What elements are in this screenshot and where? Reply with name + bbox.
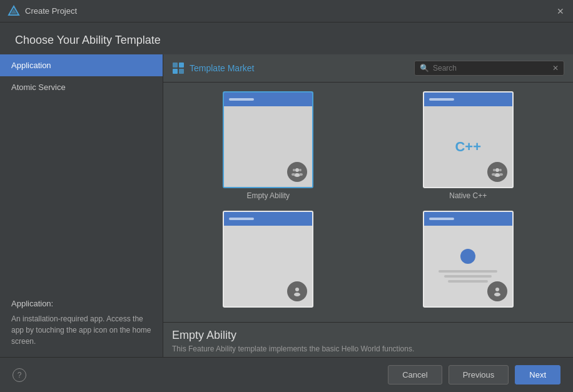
window-title: Create Project [25,6,77,16]
text-line-1 [439,270,497,273]
phone-top-line-2 [429,98,454,101]
svg-point-21 [494,293,500,296]
template-preview-3[interactable] [223,211,313,308]
phone-top-line-1 [229,98,254,101]
svg-point-17 [499,173,503,176]
footer: ? Cancel Previous Next [0,357,573,392]
footer-left: ? [13,368,26,382]
template-icon-overlay-3 [287,281,307,301]
template-market-icon [172,62,185,74]
template-market-label: Template Market [172,62,254,74]
title-bar: Create Project ✕ [0,0,573,23]
template-card-empty-ability[interactable]: Empty Ability [172,91,365,203]
search-box[interactable]: 🔍 ✕ [414,61,564,76]
panel-header: Template Market 🔍 ✕ [163,54,573,83]
search-input[interactable] [433,64,552,73]
selected-template-info: Empty Ability This Feature Ability templ… [163,322,573,357]
template-market-text: Template Market [190,63,254,73]
svg-point-9 [292,173,295,176]
template-label-native-cpp: Native C++ [449,191,487,200]
sidebar-item-atomic-service[interactable]: Atomic Service [0,76,163,98]
text-line-3 [448,280,488,283]
help-button[interactable]: ? [13,368,26,382]
svg-point-15 [492,173,495,176]
title-bar-left: Create Project [8,5,77,18]
next-button[interactable]: Next [515,365,560,384]
app-logo-icon [8,5,20,18]
text-line-2 [444,275,492,278]
circle-dot-icon [460,249,475,264]
sidebar: Application Atomic Service Application: … [0,54,163,357]
phone-top-line-4 [429,218,454,220]
template-icon-overlay-1 [287,162,307,182]
svg-point-16 [499,169,502,171]
template-label-empty-ability: Empty Ability [246,191,290,200]
template-card-4[interactable] [372,211,565,314]
body-area: Application Atomic Service Application: … [0,54,573,357]
cancel-button[interactable]: Cancel [388,365,442,384]
close-button[interactable]: ✕ [555,6,565,16]
search-clear-icon[interactable]: ✕ [552,64,559,73]
people-icon-1 [292,166,303,178]
svg-point-20 [495,288,499,291]
cpp-text-icon: C++ [455,139,481,155]
svg-point-14 [493,169,495,171]
sidebar-description: Application: An installation-required ap… [0,288,163,358]
people-icon-4 [492,286,503,297]
template-preview-4[interactable] [423,211,514,308]
description-title: Application: [11,298,151,310]
svg-rect-3 [179,63,184,68]
template-card-3[interactable] [172,211,365,314]
phone-top-line-3 [229,218,254,220]
svg-point-6 [295,168,299,172]
people-icon-2 [492,166,503,178]
search-icon: 🔍 [420,64,429,73]
svg-rect-5 [179,69,184,74]
selected-template-description: This Feature Ability template implements… [172,344,564,353]
template-preview-empty-ability[interactable] [223,91,313,188]
svg-point-10 [299,169,302,171]
phone-top-bar-1 [224,93,312,106]
templates-grid: Empty Ability C++ [163,83,573,322]
svg-point-11 [299,173,303,176]
description-text: An installation-required app. Access the… [11,313,151,347]
template-icon-overlay-4 [487,281,507,301]
people-icon-3 [292,286,303,297]
dialog-title: Choose Your Ability Template [0,23,573,54]
template-card-native-cpp[interactable]: C++ Nati [372,91,565,203]
svg-rect-4 [173,69,178,74]
footer-right: Cancel Previous Next [388,365,560,384]
svg-point-12 [495,168,499,172]
selected-template-name: Empty Ability [172,329,564,342]
sidebar-item-application[interactable]: Application [0,54,163,76]
template-icon-overlay-2 [487,162,507,182]
previous-button[interactable]: Previous [449,365,509,384]
svg-rect-2 [173,63,178,68]
main-content: Choose Your Ability Template Application… [0,23,573,392]
template-preview-native-cpp[interactable]: C++ [423,91,514,188]
svg-point-8 [293,169,295,171]
svg-point-18 [295,288,299,291]
phone-top-bar-3 [224,212,312,226]
phone-top-bar-2 [424,93,512,106]
phone-top-bar-4 [424,212,512,226]
svg-point-19 [294,293,300,296]
right-panel: Template Market 🔍 ✕ [163,54,573,357]
